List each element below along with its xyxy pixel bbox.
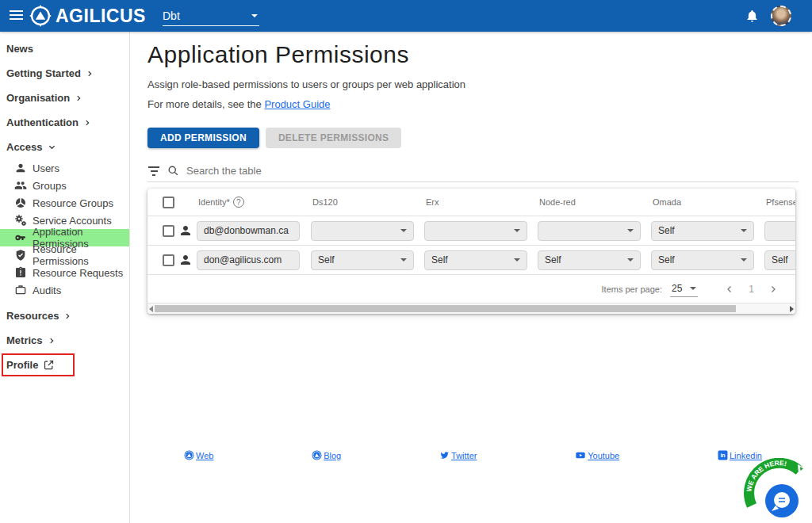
role-select-erx[interactable]: Self [424,250,527,270]
caret-down-icon [400,258,407,262]
avatar[interactable] [771,6,791,26]
org-selector-value: Dbt [163,10,180,22]
footer-link-youtube[interactable]: Youtube [575,450,619,460]
sidebar-item-authentication[interactable]: Authentication [0,110,129,135]
person-icon [178,253,193,267]
caret-down-icon [400,229,407,232]
sidebar-item-resources[interactable]: Resources [0,303,129,328]
scroll-right-icon[interactable] [790,306,794,312]
person-icon [14,162,27,174]
col-node-red: Node-red [539,197,576,207]
footer-link-blog[interactable]: Blog [312,450,341,460]
table-search [147,160,799,182]
agilicus-icon [184,450,194,460]
role-select-omada[interactable]: Self [651,250,754,270]
add-permission-button[interactable]: ADD PERMISSION [147,128,259,148]
sidebar-item-news[interactable]: News [0,36,129,61]
horizontal-scrollbar[interactable] [147,303,795,314]
search-input[interactable] [186,165,799,177]
sidebar-item-organisation[interactable]: Organisation [0,86,129,110]
pie-group-icon [14,197,27,209]
identity-field[interactable]: don@agilicus.com [197,250,300,270]
table-row: db@donbowman.ca Self [147,216,795,245]
chevron-right-icon [48,337,56,345]
chat-widget[interactable]: WE ARE HERE! [742,458,809,521]
role-select-node-red[interactable] [538,221,641,241]
gears-icon [14,214,27,227]
caret-down-icon [741,258,747,262]
chevron-right-icon [63,312,71,320]
sidebar-item-getting-started[interactable]: Getting Started [0,61,129,86]
row-checkbox[interactable] [163,254,174,266]
permissions-table: Identity* Ds120 Erx Node-red Omada Pfsen… [147,189,795,314]
caret-down-icon [514,258,520,262]
identity-field[interactable]: db@donbowman.ca [197,221,300,241]
sidebar: News Getting Started Organisation Authen… [0,32,130,523]
sidebar-item-resource-groups[interactable]: Resource Groups [0,194,129,212]
footer-link-twitter[interactable]: Twitter [439,450,477,460]
next-page-button[interactable] [762,284,784,294]
role-select-pfsense-web[interactable]: Self [764,250,795,270]
chevron-right-icon [86,70,94,78]
role-select-omada[interactable]: Self [651,221,754,241]
filter-icon[interactable] [147,166,160,176]
footer-link-web[interactable]: Web [184,450,213,460]
sidebar-item-access[interactable]: Access [0,135,129,159]
org-selector[interactable]: Dbt [163,6,259,26]
table-row: don@agilicus.com Self Self Self Self Sel… [147,245,795,274]
role-select-erx[interactable] [424,221,527,241]
help-icon[interactable] [233,197,244,208]
items-per-page-label: Items per page: [602,284,662,294]
agilicus-logo-icon [29,5,52,27]
scrollbar-thumb[interactable] [155,305,736,312]
sidebar-item-audits[interactable]: Audits [0,281,129,299]
col-ds120: Ds120 [312,197,338,207]
pagination-row: Items per page: 25 1 [147,274,795,303]
col-pfsense-web: Pfsense-web [766,197,795,207]
caret-down-icon [627,229,634,232]
caret-down-icon [741,229,747,232]
external-link-icon [43,359,55,371]
sidebar-item-resource-permissions[interactable]: Resource Permissions [0,246,129,264]
hamburger-icon[interactable] [10,10,23,21]
caret-down-icon [514,229,520,232]
role-select-ds120[interactable]: Self [311,250,414,270]
chevron-right-icon [75,94,82,102]
select-all-checkbox[interactable] [163,197,174,208]
items-per-page-select[interactable]: 25 [670,281,698,297]
agilicus-icon [312,450,322,460]
row-checkbox[interactable] [163,225,174,237]
sidebar-item-profile[interactable]: Profile [0,353,129,377]
scroll-left-icon[interactable] [149,306,153,312]
caret-down-icon [251,14,258,17]
search-icon [167,165,179,177]
col-omada: Omada [653,197,681,207]
bell-icon[interactable] [745,9,759,23]
clipboard-alert-icon [14,266,27,279]
prev-page-button[interactable] [718,284,741,294]
role-select-ds120[interactable] [311,221,414,241]
main-content: Application Permissions Assign role-base… [131,32,812,523]
role-select-pfsense-web[interactable] [764,221,795,241]
sidebar-item-metrics[interactable]: Metrics [0,328,129,353]
table-header-row: Identity* Ds120 Erx Node-red Omada Pfsen… [147,189,795,216]
chevron-right-icon [83,119,91,127]
page-title: Application Permissions [147,41,409,68]
action-buttons: ADD PERMISSION DELETE PERMISSIONS [147,128,401,148]
sidebar-item-resource-requests[interactable]: Resource Requests [0,264,129,281]
sidebar-item-users[interactable]: Users [0,159,129,177]
sidebar-item-groups[interactable]: Groups [0,177,129,194]
page-subtitle: Assign role-based permissions to users o… [147,78,465,90]
shield-check-icon [14,249,27,262]
brand-title: AGILICUS [56,6,146,27]
role-select-node-red[interactable]: Self [538,250,641,270]
caret-down-icon [627,258,634,262]
delete-permissions-button[interactable]: DELETE PERMISSIONS [266,128,401,148]
youtube-icon [575,450,586,460]
product-guide-link[interactable]: Product Guide [264,98,330,110]
page-number: 1 [741,284,762,295]
twitter-icon [439,450,450,460]
people-icon [14,179,27,192]
briefcase-icon [14,284,27,296]
page-details: For more details, see the Product Guide [147,98,331,110]
